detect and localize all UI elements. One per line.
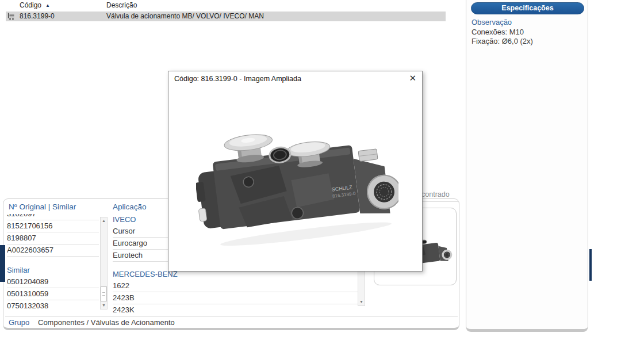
row-description: Válvula de acionamento MB/ VOLVO/ IVECO/… [106,12,264,21]
list-item: 8198807 [7,232,99,244]
table-row[interactable]: 816.3199-0 Válvula de acionamento MB/ VO… [6,12,446,21]
spec-panel: Especificações Observação Conexões: M10 … [466,0,588,332]
column-header-codigo[interactable]: Código▲ [20,1,50,9]
list-item: 0501310059 [7,288,99,300]
scroll-down-glyph: ▼ [359,300,363,304]
valve-image: SCHULZ 816.3199-0 [196,110,398,260]
catalog-screen: Código▲ Descrição 816.3199-0 Válvula de … [0,0,644,344]
close-icon[interactable]: ✕ [409,73,416,83]
image-modal: Código: 816.3199-0 - Imagem Ampliada ✕ [168,71,423,272]
scroll-down-icon[interactable]: ▼ [101,302,107,309]
similar-subheader: Similar [7,265,99,276]
original-similar-scrollbar[interactable]: ▲ ▼ [100,217,108,309]
spec-connections: Conexões: M10 [471,28,524,36]
scroll-down-glyph: ▼ [102,303,106,307]
especificacoes-button[interactable]: Especificações [471,2,584,14]
list-item: 3102097 [7,214,99,220]
left-edge-bar [0,245,5,282]
row-code: 816.3199-0 [20,12,55,21]
spec-fixation: Fixação: Ø6,0 (2x) [471,37,533,45]
list-item: 2423K [113,304,358,313]
original-similar-header: Nº Original | Similar [9,202,76,211]
cart-icon[interactable] [7,13,15,23]
scroll-up-icon[interactable]: ▲ [101,217,107,224]
original-similar-list: 3102097 81521706156 8198807 A0022603657 … [7,214,99,309]
scroll-down-icon[interactable]: ▼ [358,299,365,305]
list-item: 81521706156 [7,220,99,232]
column-header-descricao[interactable]: Descrição [106,1,137,9]
list-item: 1622 [113,280,358,292]
right-edge-bar [589,249,592,281]
list-item: 0501204089 [7,276,99,288]
modal-title: Código: 816.3199-0 - Imagem Ampliada [174,75,301,83]
breadcrumb-group-label[interactable]: Grupo [9,318,29,327]
truncated-message: contrado [421,190,450,198]
breadcrumb[interactable]: Componentes / Válvulas de Acionamento [38,318,175,327]
scrollbar-thumb[interactable] [101,286,107,301]
list-item: 0750132038 [7,300,99,309]
sort-asc-icon: ▲ [45,3,50,8]
application-header: Aplicação [113,202,147,211]
column-header-codigo-label: Código [20,1,41,9]
scroll-up-glyph: ▲ [102,219,106,223]
list-item: A0022603657 [7,244,99,257]
breadcrumb-divider [5,316,458,316]
list-item: 2423B [113,292,358,304]
observacao-link[interactable]: Observação [471,18,512,26]
